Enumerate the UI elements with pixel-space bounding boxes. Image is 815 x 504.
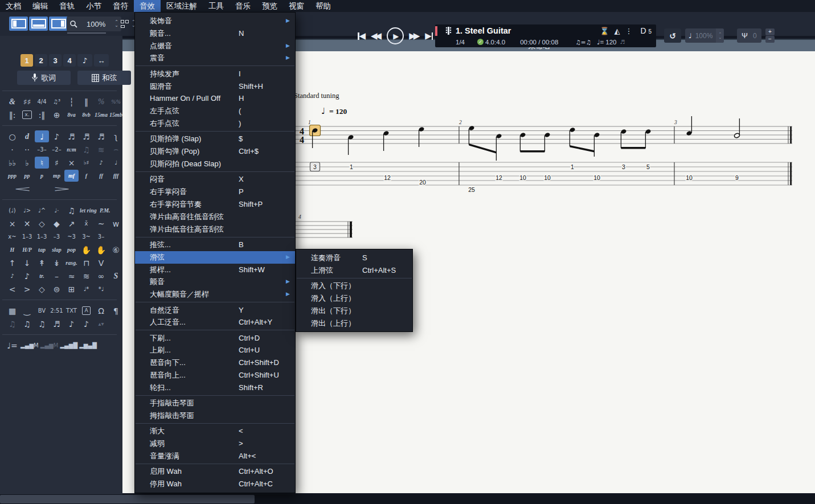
menubar-item-5[interactable]: 音符	[107, 0, 134, 12]
break-beam-icon[interactable]: ♪	[79, 318, 93, 330]
effects-menu-item-31[interactable]: 上刷...Ctrl+U	[135, 344, 295, 357]
tab-fret-number[interactable]: 9	[735, 174, 739, 181]
inverted-turn-icon[interactable]: S	[109, 270, 123, 282]
beam-auto-icon[interactable]: ♫	[5, 318, 19, 330]
fermata-icon[interactable]: ⌢	[109, 144, 123, 155]
go-to-start-button[interactable]: ◀	[358, 31, 366, 41]
effects-menu-item-13[interactable]: 贝斯闷拍 (Dead Slap)	[135, 158, 295, 170]
bend-icon[interactable]: ↗	[64, 218, 79, 230]
dynamic-mp-icon[interactable]: mp	[50, 170, 64, 182]
voice-tab-2[interactable]: 2	[35, 54, 47, 67]
effects-menu-item-7[interactable]: Hammer On / Pull OffH	[135, 92, 295, 105]
horizontal-scrollbar[interactable]	[0, 494, 815, 504]
page-layout-control[interactable]: ⌃⌄	[121, 17, 136, 31]
effects-menu-item-22[interactable]: 滑弦▶	[135, 251, 295, 264]
menubar-item-6[interactable]: 音效	[134, 0, 161, 12]
triplet-icon[interactable]: –3–	[35, 144, 49, 155]
fingering-icon[interactable]: ⑥	[109, 244, 123, 256]
key-signature-icon[interactable]: ♯♯	[20, 96, 34, 108]
swing-equals-icon[interactable]: ♫=♫	[575, 39, 591, 46]
harmonic-open-icon[interactable]: ◇	[35, 218, 49, 230]
tie-icon[interactable]: ♫	[79, 144, 93, 155]
rest-icon[interactable]: ʅ	[109, 130, 123, 142]
slap-icon[interactable]: slap	[50, 244, 64, 256]
rewind-button[interactable]: ◀◀	[371, 31, 382, 41]
vibrato-wide-icon[interactable]: w	[109, 218, 123, 230]
heavy-accent-icon[interactable]: ♩^	[35, 204, 49, 216]
rasgueado-icon[interactable]: rasg.	[64, 257, 79, 269]
effects-menu-item-16[interactable]: 右手掌闷音P	[135, 186, 295, 198]
tuplet-icon[interactable]: n:m	[64, 144, 79, 155]
tab-fret-number[interactable]: 1	[350, 163, 353, 170]
quindicesima-bassa-icon[interactable]: 15mb	[109, 109, 123, 121]
dynamic-p-icon[interactable]: p	[35, 170, 49, 182]
flat-sharp-icon[interactable]: ♭♯	[79, 157, 93, 169]
track-info-panel[interactable]: 1. Steel Guitar ⌛ ◭ ⋮ D 5 1/4 ✓4.0:4.0 0…	[435, 24, 656, 47]
menubar-item-12[interactable]: 帮助	[310, 0, 337, 12]
sixty-fourth-note-icon[interactable]: ♬	[94, 130, 108, 142]
menubar-item-1[interactable]: 文档	[0, 0, 27, 12]
beam-split-icon[interactable]: ♫	[35, 318, 49, 330]
effects-menu-item-33[interactable]: 琶音向上...Ctrl+Shift+U	[135, 369, 295, 382]
effects-menu-item-41[interactable]: 音量涨满Alt+<	[135, 450, 295, 462]
artificial-harmonic-mark-icon[interactable]: ⊞	[64, 283, 79, 295]
slide-out-up-icon[interactable]: 3–	[94, 231, 108, 243]
tab-fret-number[interactable]: 20	[419, 179, 426, 186]
note-edit-icon[interactable]: ♪	[77, 54, 92, 67]
effects-menu-item-25[interactable]: 大幅度颤音／摇桿▶	[135, 288, 295, 301]
zoom-control[interactable]: 100% ⌃⌄	[67, 17, 121, 31]
effects-menu-item-2[interactable]: 点缀音▶	[135, 40, 295, 52]
pickstroke-note-down-icon[interactable]: *♩	[94, 283, 108, 295]
slide-submenu-item-0[interactable]: 连奏滑音S	[296, 252, 412, 264]
zoom-spinner[interactable]: ⌃⌄	[114, 21, 118, 27]
timer-icon[interactable]: 2:51	[50, 305, 64, 317]
pan-automation-icon[interactable]: ▂▄▆M	[40, 339, 59, 351]
effects-menu-item-44[interactable]: 停用 WahCtrl+Alt+C	[135, 478, 295, 490]
dynamic-ppp-icon[interactable]: ppp	[5, 170, 19, 182]
slide-legato-icon[interactable]: 1–3	[20, 231, 34, 243]
menubar-item-2[interactable]: 编辑	[27, 0, 54, 12]
tab-fret-number[interactable]: 10	[519, 174, 526, 181]
trill-icon[interactable]: tr.	[35, 270, 49, 282]
dead-note-icon[interactable]: ✕	[20, 218, 34, 230]
menubar-item-10[interactable]: 预览	[256, 0, 283, 12]
fade-in-icon[interactable]: <	[5, 283, 19, 295]
let-ring-arcs-icon[interactable]: ≋	[94, 144, 108, 155]
tab-fret-number[interactable]: 25	[468, 186, 475, 193]
effects-menu-item-32[interactable]: 琶音向下...Ctrl+Shift+D	[135, 357, 295, 369]
dynamic-fff-icon[interactable]: fff	[109, 170, 123, 182]
effects-menu-item-11[interactable]: 贝斯拍弹 (Slap)$	[135, 133, 295, 145]
effects-menu-item-40[interactable]: 减弱>	[135, 437, 295, 450]
effects-menu-item-0[interactable]: 装饰音▶	[135, 15, 295, 27]
right-hand-tap-icon[interactable]: ✋	[94, 244, 108, 256]
treble-clef-icon[interactable]: &	[5, 96, 19, 108]
tab-fret-number[interactable]: 10	[544, 174, 551, 181]
effects-menu-item-39[interactable]: 渐大<	[135, 425, 295, 437]
thirty-second-note-icon[interactable]: ♬	[79, 130, 93, 142]
effects-menu-item-23[interactable]: 摇桿...Shift+W	[135, 264, 295, 276]
fade-out-icon[interactable]: >	[20, 283, 34, 295]
slide-in-below-icon[interactable]: –3	[50, 231, 64, 243]
equalizer-icon[interactable]: ▂▆▄█	[79, 339, 97, 351]
effects-menu-item-1[interactable]: 颤音...N	[135, 27, 295, 40]
natural-harmonic-mark-icon[interactable]: ⊜	[50, 283, 64, 295]
arpeggio-down-icon[interactable]: ↡	[50, 257, 64, 269]
tempo-marker-icon[interactable]: ♩=	[5, 339, 19, 351]
hammer-pull-icon[interactable]: H/P	[20, 244, 34, 256]
menubar-item-4[interactable]: 小节	[80, 0, 107, 12]
effects-menu-item-34[interactable]: 轮扫...Shift+R	[135, 382, 295, 394]
toggle-bottom-panel-button[interactable]	[29, 17, 48, 31]
countdown-icon[interactable]: ⌛	[600, 27, 609, 35]
toggle-left-panel-button[interactable]	[9, 17, 28, 31]
ghost-note-icon[interactable]: (♩)	[5, 204, 19, 216]
effects-menu-item-43[interactable]: 启用 WahCtrl+Alt+O	[135, 465, 295, 478]
menubar-item-8[interactable]: 工具	[203, 0, 230, 12]
menubar-item-9[interactable]: 音乐	[230, 0, 256, 12]
force-beam-auto-icon[interactable]: ♪	[64, 318, 79, 330]
arpeggio-up-icon[interactable]: ↟	[35, 257, 49, 269]
half-note-icon[interactable]: d	[20, 130, 34, 142]
beam-direction-icon[interactable]: ▴▾	[94, 318, 108, 330]
toggle-right-panel-button[interactable]	[49, 17, 68, 31]
grace-on-beat-icon[interactable]: ♩	[109, 157, 123, 169]
ottava-alta-icon[interactable]: 8va	[64, 109, 79, 121]
